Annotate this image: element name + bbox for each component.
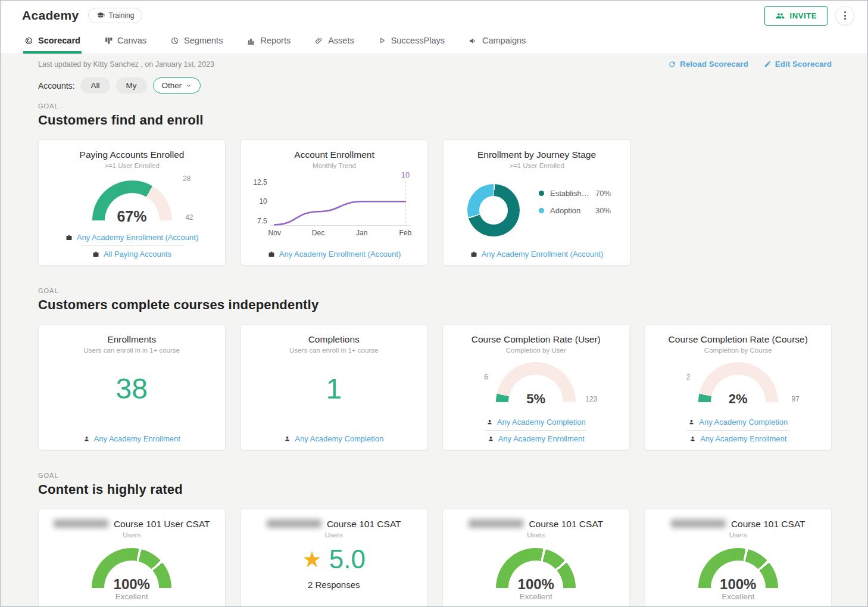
tab-label: Segments xyxy=(184,36,223,45)
person-icon xyxy=(688,419,695,425)
card-subtitle: Users xyxy=(39,531,225,538)
pie-chart-icon xyxy=(170,36,179,45)
person-icon xyxy=(689,435,696,442)
card-title: Course Completion Rate (Course) xyxy=(645,334,832,345)
gauge-max-label: 97 xyxy=(791,395,799,403)
redacted-account-name xyxy=(267,519,321,528)
report-link[interactable]: Any Academy Completion xyxy=(443,418,629,427)
reload-scorecard-link[interactable]: Reload Scorecard xyxy=(668,60,748,69)
donut-chart xyxy=(467,184,520,236)
card-account-enrollment: Account Enrollment Monthly Trend 7.51012… xyxy=(241,139,428,266)
redacted-account-name xyxy=(54,519,108,528)
report-link[interactable]: Any Academy Enrollment xyxy=(39,434,225,443)
report-link[interactable]: Any Academy Enrollment xyxy=(443,434,629,443)
tab-label: Canvas xyxy=(117,36,146,45)
tab-reports[interactable]: Reports xyxy=(245,30,292,54)
rating-value: 5.0 xyxy=(329,544,366,574)
training-badge: Training xyxy=(88,8,142,23)
card-subtitle: Users xyxy=(443,531,629,538)
responses-count: 2 Responses xyxy=(241,580,427,590)
goal-label: GOAL xyxy=(38,102,832,110)
person-icon xyxy=(284,435,291,442)
card-course-101-user-csat: Course 101 User CSAT Users 100% Excellen… xyxy=(38,509,226,607)
people-icon xyxy=(775,11,785,20)
svg-text:Dec: Dec xyxy=(312,229,324,237)
report-link[interactable]: Any Academy Completion xyxy=(645,418,832,427)
tab-label: Reports xyxy=(260,36,291,45)
gauge-value: 67% xyxy=(92,208,172,225)
tab-segments[interactable]: Segments xyxy=(169,30,224,54)
refresh-icon xyxy=(668,60,676,69)
gauge-current-label: 2 xyxy=(686,373,691,381)
card-title: Enrollment by Journey Stage xyxy=(444,150,630,160)
card-course-101-csat-rating: Course 101 CSAT Users ★ 5.0 2 Responses xyxy=(241,509,428,607)
gauge-current-label: 28 xyxy=(183,175,191,183)
report-link[interactable]: Any Academy Enrollment (Account) xyxy=(39,233,225,242)
gauge-value: 2% xyxy=(698,391,778,407)
report-link[interactable]: All Paying Accounts xyxy=(39,250,225,259)
goal-label: GOAL xyxy=(38,287,832,294)
more-options-button[interactable] xyxy=(835,6,854,25)
report-link[interactable]: Any Academy Enrollment (Account) xyxy=(444,250,630,259)
card-subtitle: Users xyxy=(645,531,832,538)
tab-label: SuccessPlays xyxy=(391,36,445,45)
card-subtitle: Users can enroll in 1+ course xyxy=(241,347,427,354)
card-completion-rate-course: Course Completion Rate (Course) Completi… xyxy=(645,324,832,450)
tab-assets[interactable]: Assets xyxy=(313,30,355,54)
invite-button[interactable]: INVITE xyxy=(764,6,828,26)
legend-dot xyxy=(539,191,544,196)
report-link[interactable]: Any Academy Completion xyxy=(241,434,427,443)
card-subtitle: Completion by User xyxy=(443,347,629,354)
tab-label: Campaigns xyxy=(482,36,526,45)
goal-title: Content is highly rated xyxy=(38,482,832,497)
megaphone-icon xyxy=(469,36,477,45)
card-completions: Completions Users can enroll in 1+ cours… xyxy=(241,324,428,450)
card-title: Completions xyxy=(241,334,427,345)
half-gauge-chart: 100% xyxy=(92,548,171,588)
card-title: Course 101 CSAT xyxy=(241,519,427,530)
filter-my[interactable]: My xyxy=(116,77,147,94)
training-badge-label: Training xyxy=(108,11,134,20)
goal-title: Customers find and enroll xyxy=(38,113,832,128)
academy-scorecard-page: Academy Training INVITE Score xyxy=(0,0,868,607)
tab-bar: Scorecard Canvas Segments Reports xyxy=(22,30,854,54)
gauge-rating-label: Excellent xyxy=(645,592,832,601)
tab-campaigns[interactable]: Campaigns xyxy=(467,30,527,54)
person-icon xyxy=(83,435,90,442)
card-paying-accounts-enrolled: Paying Accounts Enrolled >=1 User Enroll… xyxy=(38,139,226,266)
star-icon: ★ xyxy=(302,549,322,571)
line-chart: 7.51012.5NovDecJanFeb10 xyxy=(241,170,427,239)
scorecard-content: Last updated by Kitty Sanchez , on Janua… xyxy=(1,54,867,607)
gauge-value: 100% xyxy=(496,576,576,593)
legend-item: Adoption 30% xyxy=(539,206,614,215)
briefcase-icon xyxy=(65,234,73,241)
edit-scorecard-link[interactable]: Edit Scorecard xyxy=(764,60,832,69)
paperclip-icon xyxy=(314,36,323,45)
gauge-max-label: 123 xyxy=(585,395,597,403)
card-enrollments: Enrollments Users can enroll in in 1+ co… xyxy=(38,324,226,450)
gauge-rating-label: Excellent xyxy=(443,592,629,601)
card-course-101-csat-2: Course 101 CSAT Users 100% Excellent xyxy=(442,509,630,607)
tab-canvas[interactable]: Canvas xyxy=(103,30,148,54)
card-course-101-csat-3: Course 101 CSAT Users 100% Excellent xyxy=(645,509,832,607)
card-title: Enrollments xyxy=(39,334,225,345)
report-link[interactable]: Any Academy Enrollment xyxy=(645,434,832,443)
legend-item: Establish… 70% xyxy=(539,189,614,198)
play-icon xyxy=(378,36,386,45)
report-link[interactable]: Any Academy Enrollment (Account) xyxy=(241,250,427,259)
filter-other-dropdown[interactable]: Other xyxy=(153,77,201,94)
graduation-cap-icon xyxy=(96,11,105,20)
card-subtitle: >=1 User Enrolled xyxy=(444,162,630,169)
gauge-value: 100% xyxy=(698,576,778,593)
card-title: Course 101 User CSAT xyxy=(39,519,225,530)
accounts-filter: Accounts: All My Other xyxy=(38,77,832,94)
card-completion-rate-user: Course Completion Rate (User) Completion… xyxy=(442,324,630,450)
svg-text:Nov: Nov xyxy=(268,229,281,237)
half-gauge-chart: 5% 6 123 xyxy=(496,362,576,402)
gauge-value: 100% xyxy=(92,576,171,593)
tab-scorecard[interactable]: Scorecard xyxy=(23,30,82,54)
donut-legend: Establish… 70% Adoption 30% xyxy=(539,189,614,215)
filter-all[interactable]: All xyxy=(80,77,110,94)
chevron-down-icon xyxy=(186,83,192,89)
tab-successplays[interactable]: SuccessPlays xyxy=(377,30,446,54)
